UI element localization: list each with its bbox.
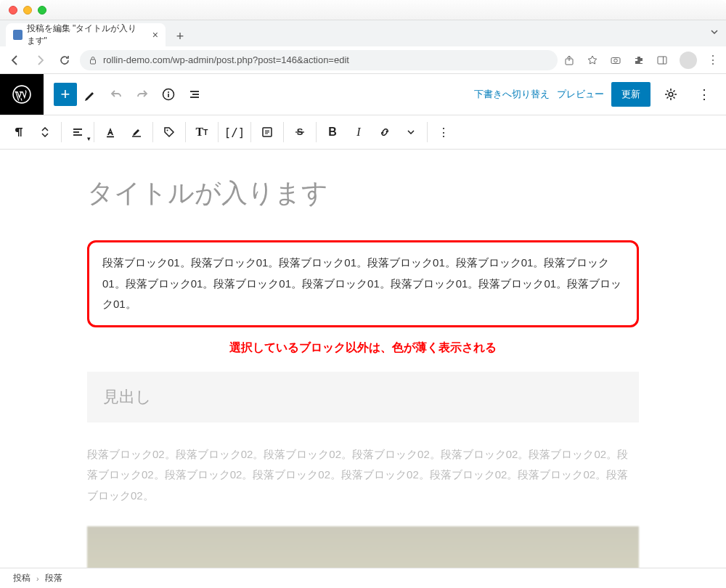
profile-avatar[interactable] bbox=[680, 52, 697, 69]
font-size-button[interactable]: TT bbox=[189, 119, 215, 145]
switch-to-draft-button[interactable]: 下書きへ切り替え bbox=[474, 88, 550, 101]
preview-button[interactable]: プレビュー bbox=[557, 88, 604, 101]
wp-editor-topbar: + 下書きへ切り替え プレビュー 更新 ⋮ bbox=[0, 74, 726, 115]
editor-canvas[interactable]: タイトルが入ります 段落ブロック01。段落ブロック01。段落ブロック01。段落ブ… bbox=[0, 150, 726, 568]
brackets-button[interactable]: [/] bbox=[221, 119, 248, 145]
update-button[interactable]: 更新 bbox=[611, 82, 650, 107]
svg-rect-17 bbox=[107, 136, 114, 138]
align-button[interactable]: ▾ bbox=[65, 119, 91, 145]
new-tab-button[interactable]: + bbox=[170, 26, 190, 46]
nav-reload-button[interactable] bbox=[55, 51, 74, 70]
window-minimize-button[interactable] bbox=[23, 6, 32, 15]
block-options-button[interactable]: ⋮ bbox=[431, 119, 457, 145]
blockquote-button[interactable] bbox=[254, 119, 280, 145]
tabs-dropdown-icon[interactable] bbox=[710, 28, 719, 36]
svg-point-3 bbox=[614, 59, 618, 62]
redo-button[interactable] bbox=[129, 81, 155, 107]
paragraph-icon[interactable] bbox=[6, 119, 32, 145]
annotation-text: 選択しているブロック以外は、色が薄く表示される bbox=[87, 340, 639, 356]
browser-tab-strip: 投稿を編集 "タイトルが入ります" × + bbox=[0, 20, 726, 46]
browser-tab[interactable]: 投稿を編集 "タイトルが入ります" × bbox=[6, 23, 166, 46]
highlight-button[interactable] bbox=[123, 119, 150, 145]
post-title[interactable]: タイトルが入ります bbox=[87, 176, 639, 211]
breadcrumb-separator-icon: › bbox=[36, 574, 39, 583]
svg-point-18 bbox=[167, 130, 168, 131]
mac-titlebar bbox=[0, 0, 726, 20]
nav-back-button[interactable] bbox=[6, 51, 25, 70]
svg-rect-0 bbox=[91, 60, 96, 64]
bold-button[interactable]: B bbox=[319, 119, 346, 145]
url-text: rollin-demo.com/wp-admin/post.php?post=1… bbox=[103, 54, 349, 65]
tab-title: 投稿を編集 "タイトルが入ります" bbox=[27, 23, 144, 47]
undo-button[interactable] bbox=[103, 81, 129, 107]
url-input[interactable]: rollin-demo.com/wp-admin/post.php?post=1… bbox=[80, 50, 558, 70]
breadcrumb-post[interactable]: 投稿 bbox=[13, 572, 30, 584]
strikethrough-button[interactable]: S bbox=[287, 119, 313, 145]
extensions-icon[interactable] bbox=[633, 54, 648, 66]
svg-rect-4 bbox=[658, 57, 666, 64]
more-menu-button[interactable]: ⋮ bbox=[691, 81, 717, 107]
outline-button[interactable] bbox=[182, 81, 208, 107]
svg-rect-2 bbox=[611, 57, 620, 63]
window-close-button[interactable] bbox=[9, 6, 17, 15]
heading-block-dimmed[interactable]: 見出し bbox=[87, 372, 639, 422]
svg-point-13 bbox=[669, 92, 673, 97]
svg-rect-9 bbox=[168, 94, 169, 97]
browser-actions: ⋮ bbox=[563, 52, 720, 69]
svg-point-8 bbox=[168, 91, 169, 93]
move-block-button[interactable] bbox=[32, 119, 58, 145]
breadcrumb-paragraph[interactable]: 段落 bbox=[45, 572, 62, 584]
info-button[interactable] bbox=[155, 81, 182, 107]
add-block-button[interactable]: + bbox=[54, 83, 77, 106]
settings-button[interactable] bbox=[658, 81, 684, 107]
tag-button[interactable] bbox=[156, 119, 182, 145]
bookmark-icon[interactable] bbox=[587, 54, 601, 66]
lock-icon bbox=[89, 56, 97, 65]
tab-close-icon[interactable]: × bbox=[152, 29, 158, 41]
nav-forward-button[interactable] bbox=[30, 51, 49, 70]
panel-icon[interactable] bbox=[656, 54, 671, 66]
window-zoom-button[interactable] bbox=[38, 6, 46, 15]
share-icon[interactable] bbox=[563, 54, 578, 66]
block-toolbar: ▾ TT [/] S B I ⋮ bbox=[0, 115, 726, 150]
favicon-icon bbox=[13, 30, 23, 40]
browser-url-bar: rollin-demo.com/wp-admin/post.php?post=1… bbox=[0, 46, 726, 74]
text-color-button[interactable] bbox=[97, 119, 123, 145]
browser-menu-icon[interactable]: ⋮ bbox=[706, 53, 720, 67]
wp-logo[interactable] bbox=[0, 74, 44, 115]
block-breadcrumb: 投稿 › 段落 bbox=[0, 568, 726, 588]
link-button[interactable] bbox=[372, 119, 398, 145]
paragraph-block-dimmed[interactable]: 段落ブロック02。段落ブロック02。段落ブロック02。段落ブロック02。段落ブロ… bbox=[87, 444, 639, 507]
italic-button[interactable]: I bbox=[346, 119, 372, 145]
more-formatting-button[interactable] bbox=[398, 119, 424, 145]
edit-tool-button[interactable] bbox=[77, 81, 103, 107]
image-block-dimmed[interactable] bbox=[87, 526, 639, 568]
camera-icon[interactable] bbox=[610, 54, 624, 66]
selected-paragraph-block[interactable]: 段落ブロック01。段落ブロック01。段落ブロック01。段落ブロック01。段落ブロ… bbox=[87, 240, 639, 327]
